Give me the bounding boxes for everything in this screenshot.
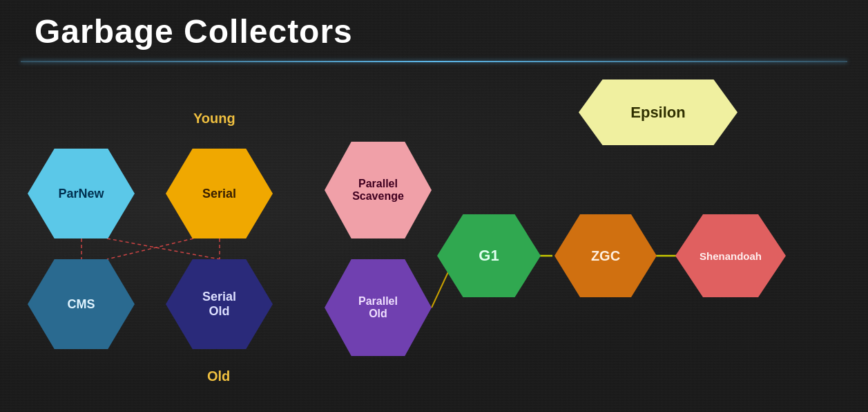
label-young: Young	[193, 111, 235, 127]
node-g1[interactable]: G1	[437, 214, 541, 297]
node-parallel-old[interactable]: Parallel Old	[325, 259, 432, 356]
page-title: Garbage Collectors	[35, 12, 353, 50]
label-old: Old	[207, 368, 230, 384]
node-serial[interactable]: Serial	[166, 149, 273, 238]
node-zgc[interactable]: ZGC	[554, 214, 657, 297]
divider-line	[21, 61, 847, 62]
node-parallel-scavenge[interactable]: Parallel Scavenge	[325, 142, 432, 238]
svg-line-3	[107, 238, 193, 259]
svg-line-1	[107, 238, 220, 259]
node-parnew[interactable]: ParNew	[28, 149, 135, 238]
node-serial-old[interactable]: Serial Old	[166, 259, 273, 349]
node-epsilon[interactable]: Epsilon	[579, 79, 737, 145]
node-shenandoah[interactable]: Shenandoah	[675, 214, 786, 297]
node-cms[interactable]: CMS	[28, 259, 135, 349]
